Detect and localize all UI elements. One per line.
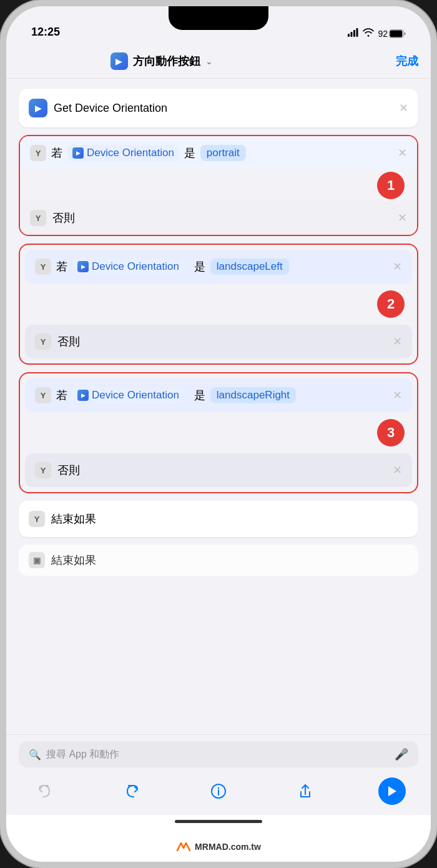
nav-title-text: 方向動作按鈕: [133, 54, 200, 69]
if-text-3: 若: [56, 388, 67, 403]
nav-app-icon: ▶: [110, 52, 128, 70]
device-orientation-badge-3[interactable]: ▶ Device Orientation: [72, 387, 184, 403]
end-if-label: 結束如果: [51, 511, 96, 526]
svg-rect-3: [356, 28, 358, 37]
if-text-1: 若: [51, 145, 62, 160]
get-device-label: Get Device Orientation: [54, 102, 167, 115]
mic-icon[interactable]: 🎤: [395, 747, 408, 761]
if-row-3: Y 若 ▶ Device Orientation 是 landscapeRigh…: [25, 378, 412, 412]
else-close-3[interactable]: ✕: [393, 463, 402, 477]
if-spacer-2: 2: [20, 289, 417, 320]
info-button[interactable]: [205, 777, 232, 805]
nav-done-button[interactable]: 完成: [396, 54, 418, 69]
if-row-1: Y 若 ▶ Device Orientation 是 portrait ✕: [20, 136, 417, 170]
badge-icon-3: ▶: [77, 390, 89, 401]
if-close-1[interactable]: ✕: [398, 146, 407, 160]
notch: [169, 6, 268, 30]
wifi-icon: [363, 28, 374, 39]
svg-point-8: [218, 787, 219, 789]
get-device-icon: ▶: [29, 99, 47, 117]
if-spacer-1: 1: [20, 170, 417, 201]
value-badge-3[interactable]: landscapeRight: [210, 387, 296, 403]
status-time: 12:25: [31, 26, 60, 39]
is-text-1: 是: [184, 145, 195, 160]
device-orientation-label-1: Device Orientation: [87, 147, 174, 159]
value-badge-1[interactable]: portrait: [200, 145, 246, 161]
if-close-3[interactable]: ✕: [393, 388, 402, 402]
nav-chevron-icon[interactable]: ⌄: [205, 56, 213, 66]
search-placeholder: 搜尋 App 和動作: [46, 748, 390, 761]
else-text-1: 否則: [52, 210, 75, 225]
else-row-3: Y 否則 ✕: [25, 453, 412, 487]
if-block-2: Y 若 ▶ Device Orientation 是 landscapeLeft…: [19, 244, 418, 365]
undo-button[interactable]: [31, 777, 59, 805]
nav-bar: ▶ 方向動作按鈕 ⌄ 完成: [6, 44, 431, 79]
main-content: ▶ Get Device Orientation ✕ Y 若 ▶ Device …: [6, 79, 431, 734]
if-text-2: 若: [56, 259, 67, 274]
y-icon-3: Y: [35, 387, 51, 403]
circle-badge-1: 1: [377, 172, 405, 199]
device-orientation-label-2: Device Orientation: [92, 260, 179, 273]
circle-badge-3: 3: [377, 419, 405, 446]
is-text-2: 是: [194, 259, 205, 274]
search-bar-container: 🔍 搜尋 App 和動作 🎤: [6, 734, 431, 772]
else-close-1[interactable]: ✕: [398, 211, 407, 225]
nav-title: ▶ 方向動作按鈕 ⌄: [110, 52, 213, 70]
battery-icon: 92: [378, 29, 406, 39]
device-orientation-label-3: Device Orientation: [92, 389, 179, 402]
svg-rect-5: [390, 31, 403, 37]
status-icons: 92: [348, 28, 406, 39]
if-block-3: Y 若 ▶ Device Orientation 是 landscapeRigh…: [19, 372, 418, 493]
svg-rect-0: [348, 34, 350, 37]
watermark-text: MRMAD.com.tw: [195, 842, 261, 852]
status-bar: 12:25: [6, 6, 431, 44]
svg-rect-2: [353, 30, 355, 37]
y-end-icon: Y: [29, 511, 45, 527]
partial-label: 結束如果: [51, 553, 96, 568]
else-row-2: Y 否則 ✕: [25, 325, 412, 358]
circle-badge-2: 2: [377, 290, 405, 318]
end-if-block: Y 結束如果: [19, 501, 418, 537]
device-orientation-badge-2[interactable]: ▶ Device Orientation: [72, 259, 184, 275]
redo-button[interactable]: [118, 777, 145, 805]
home-indicator: [175, 820, 262, 823]
partial-block: ▣ 結束如果: [19, 545, 418, 576]
y-icon-2: Y: [35, 259, 51, 275]
play-button[interactable]: [378, 777, 406, 805]
bottom-toolbar: [6, 772, 431, 815]
is-text-3: 是: [194, 388, 205, 403]
y-else-icon-1: Y: [30, 210, 46, 226]
get-device-close-icon[interactable]: ✕: [399, 101, 408, 115]
y-partial-icon: ▣: [29, 552, 45, 568]
y-else-icon-2: Y: [35, 333, 51, 350]
phone-frame: 12:25: [0, 0, 437, 868]
if-block-1: Y 若 ▶ Device Orientation 是 portrait ✕ 1: [19, 135, 418, 236]
badge-icon-1: ▶: [72, 147, 84, 159]
if-spacer-3: 3: [20, 417, 417, 448]
else-row-1: Y 否則 ✕: [20, 201, 417, 235]
badge-icon-2: ▶: [77, 261, 89, 272]
else-text-2: 否則: [57, 334, 80, 349]
else-close-2[interactable]: ✕: [393, 335, 402, 348]
phone-inner: 12:25: [6, 6, 431, 862]
y-else-icon-3: Y: [35, 462, 51, 478]
if-close-2[interactable]: ✕: [393, 260, 402, 274]
y-icon-1: Y: [30, 145, 46, 161]
watermark-bar: MRMAD.com.tw: [6, 842, 431, 862]
search-bar[interactable]: 🔍 搜尋 App 和動作 🎤: [19, 741, 418, 767]
watermark: [6, 815, 431, 842]
else-text-3: 否則: [57, 463, 80, 478]
share-button[interactable]: [292, 777, 319, 805]
get-device-orientation-block: ▶ Get Device Orientation ✕: [19, 89, 418, 127]
svg-rect-1: [351, 32, 353, 37]
if-row-2: Y 若 ▶ Device Orientation 是 landscapeLeft…: [25, 250, 412, 284]
device-orientation-badge-1[interactable]: ▶ Device Orientation: [67, 145, 179, 161]
search-icon: 🔍: [29, 749, 41, 761]
signal-icon: [348, 28, 359, 39]
value-badge-2[interactable]: landscapeLeft: [210, 259, 289, 275]
